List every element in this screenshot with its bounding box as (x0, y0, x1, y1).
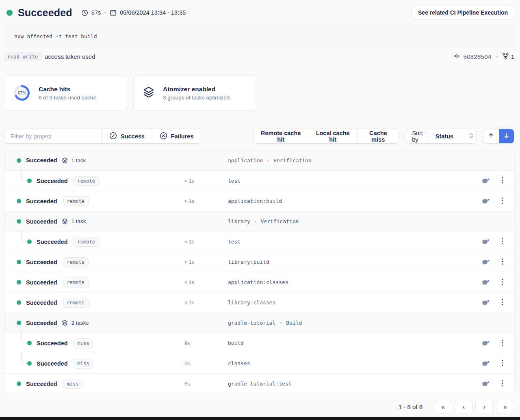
status-dot (27, 361, 32, 366)
cache-hits-card[interactable]: 67% Cache hits 6 of 9 tasks used cache. (4, 75, 127, 111)
kebab-icon (501, 177, 503, 185)
gradle-scan-button[interactable] (482, 279, 490, 286)
gradle-elephant-icon (482, 238, 490, 246)
previous-page-button[interactable]: ‹ (455, 400, 473, 414)
task-row[interactable]: Succeeded remote < 1s test (4, 231, 514, 252)
gradle-scan-button[interactable] (482, 177, 490, 185)
kebab-menu-button[interactable] (501, 380, 503, 388)
branch-count: 1 (511, 53, 514, 60)
commit-sha[interactable]: 50828504 (464, 53, 492, 60)
group-row[interactable]: Succeeded 1 task library › Verification (4, 211, 514, 231)
atomizer-card-subtitle: 3 groups of tasks optimized. (163, 95, 231, 101)
task-row[interactable]: Succeeded miss 9s build (4, 333, 514, 353)
kebab-menu-button[interactable] (501, 258, 503, 266)
atomizer-layers-icon (143, 86, 155, 100)
task-name: application:build (228, 198, 282, 204)
cache-filter-group: Remote cache hit Local cache hit Cache m… (253, 129, 399, 144)
status-label: Succeeded (37, 178, 68, 184)
group-row[interactable]: Succeeded 1 task application › Verificat… (4, 150, 514, 170)
last-page-button[interactable]: » (496, 400, 514, 414)
task-list: Succeeded 1 task application › Verificat… (4, 150, 514, 394)
task-row[interactable]: Succeeded remote < 1s library:classes (4, 292, 514, 312)
token-row: read-write access token used 50828504 1 (4, 52, 514, 61)
first-page-button[interactable]: « (434, 400, 452, 414)
row-actions (482, 278, 503, 286)
task-row[interactable]: Succeeded remote < 1s application:classe… (4, 272, 514, 292)
gradle-scan-button[interactable] (482, 238, 490, 246)
target-name: Build (286, 320, 302, 326)
filter-cache-miss-button[interactable]: Cache miss (358, 129, 399, 143)
status-dot (17, 381, 21, 386)
date-range: 05/06/2024 13:34 - 13:35 (120, 9, 186, 16)
task-duration: < 1s (184, 259, 194, 265)
gradle-scan-button[interactable] (482, 340, 490, 347)
task-duration: 6s (184, 381, 190, 387)
cache-badge: remote (63, 278, 89, 287)
task-row[interactable]: Succeeded remote < 1s test (4, 170, 514, 191)
status-label: Succeeded (37, 340, 68, 347)
filter-local-cache-hit-button[interactable]: Local cache hit (308, 129, 358, 143)
gradle-scan-button[interactable] (482, 258, 490, 266)
status-dot (27, 179, 32, 183)
task-duration: < 1s (184, 300, 194, 306)
next-page-button[interactable]: › (475, 400, 494, 414)
status-label: Succeeded (37, 239, 68, 245)
gradle-scan-button[interactable] (482, 299, 490, 306)
row-actions (482, 258, 503, 266)
group-row[interactable]: Succeeded 2 tasks gradle-tutorial › Buil… (4, 312, 514, 333)
project-name: library (228, 218, 250, 224)
tree-connector (21, 331, 26, 343)
kebab-menu-button[interactable] (501, 238, 503, 246)
tasks-group-icon (61, 319, 68, 326)
date-meta: 05/06/2024 13:34 - 13:35 (110, 9, 186, 16)
sort-ascending-button[interactable] (483, 129, 498, 143)
kebab-menu-button[interactable] (501, 299, 503, 307)
cache-card-subtitle: 6 of 9 tasks used cache. (39, 95, 98, 101)
kebab-menu-button[interactable] (501, 360, 503, 368)
filter-remote-cache-hit-button[interactable]: Remote cache hit (254, 129, 308, 143)
atomizer-card[interactable]: Atomizer enabled 3 groups of tasks optim… (133, 75, 256, 111)
command-text: nxw affected -t test build (14, 33, 97, 39)
gradle-scan-button[interactable] (482, 198, 490, 205)
kebab-menu-button[interactable] (501, 278, 503, 286)
tree-connector (21, 168, 26, 181)
sort-descending-button[interactable] (499, 129, 514, 143)
status-dot (17, 260, 21, 264)
task-name: test (228, 178, 240, 184)
kebab-menu-button[interactable] (501, 197, 503, 205)
gradle-scan-button[interactable] (482, 380, 490, 388)
task-row[interactable]: Succeeded miss 6s gradle-tutorial:test (4, 373, 514, 394)
filter-success-button[interactable]: Success (102, 129, 152, 144)
cache-badge: miss (74, 359, 93, 368)
task-name: library:build (228, 259, 269, 265)
page-title: Succeeded (18, 7, 72, 19)
target-name: Verification (273, 157, 312, 164)
project-name: application (228, 157, 263, 164)
related-ci-pipeline-button[interactable]: See related CI Pipeline Execution (412, 6, 514, 19)
sort-value: Status (436, 133, 453, 140)
kebab-menu-button[interactable] (501, 339, 503, 347)
vcs-meta: 50828504 1 (453, 52, 514, 61)
task-row[interactable]: Succeeded remote < 1s application:build (4, 191, 514, 211)
task-row[interactable]: Succeeded miss 5s classes (4, 353, 514, 373)
sort-select[interactable]: Status (429, 129, 477, 143)
status-label: Succeeded (26, 218, 57, 225)
cache-badge: remote (63, 196, 89, 206)
task-toolbar: Success Failures Remote cache hit Local … (4, 129, 514, 144)
gradle-scan-button[interactable] (482, 360, 490, 367)
branch-meta[interactable]: 1 (502, 53, 514, 61)
task-name: gradle-tutorial:test (228, 381, 292, 387)
kebab-icon (501, 197, 503, 205)
task-duration: < 1s (184, 178, 194, 184)
filter-project-input[interactable] (4, 129, 102, 144)
arrow-up-icon (488, 132, 494, 140)
status-dot (17, 158, 21, 163)
status-dot (27, 239, 32, 244)
filter-failures-label: Failures (171, 133, 194, 140)
task-duration: < 1s (184, 239, 194, 245)
cache-badge: miss (63, 379, 83, 389)
kebab-menu-button[interactable] (501, 177, 503, 185)
arrow-down-icon (503, 132, 510, 140)
task-row[interactable]: Succeeded remote < 1s library:build (4, 252, 514, 272)
filter-failures-button[interactable]: Failures (152, 129, 202, 144)
